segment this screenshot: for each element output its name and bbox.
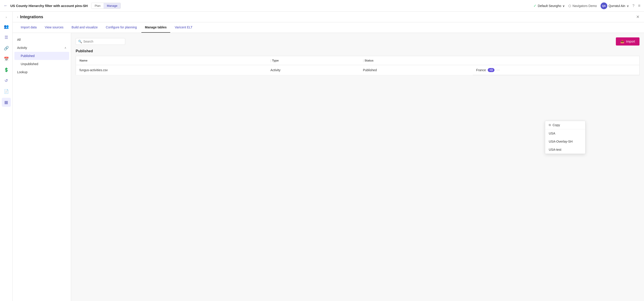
sidebar-icon-link[interactable]: 🔗 bbox=[2, 44, 11, 53]
avatar: QA bbox=[600, 3, 607, 9]
user-name: Qurratul Ain bbox=[609, 4, 625, 8]
main-panel: › Integrations ✕ Import data View source… bbox=[12, 12, 644, 301]
col-type: | Type bbox=[267, 56, 360, 65]
search-import-row: 🔍 📥 Import bbox=[76, 37, 640, 46]
table-area: 🔍 📥 Import Published Name bbox=[71, 33, 644, 301]
sidebar-group-activity[interactable]: Activity ∧ bbox=[12, 44, 71, 52]
header-right: ✓ Default Seungho ∨ ⬡ Navigators Demo QA… bbox=[534, 3, 640, 9]
tab-build-visualize[interactable]: Build and visualize bbox=[68, 22, 101, 33]
sidebar-item-unpublished[interactable]: Unpublished bbox=[12, 60, 71, 68]
dropdown-popup: ⧉ Copy USA USA-Overlay-SH USA-test bbox=[545, 121, 586, 154]
import-icon: 📥 bbox=[620, 40, 624, 43]
tab-view-sources[interactable]: View sources bbox=[41, 22, 67, 33]
table-header-row: Name | Type | Status bbox=[76, 56, 640, 65]
user-dropdown-icon: ∨ bbox=[627, 4, 629, 8]
sidebar-icon-grid[interactable]: ▦ bbox=[2, 98, 11, 107]
close-integrations-button[interactable]: ✕ bbox=[636, 15, 640, 19]
manage-tab[interactable]: Manage bbox=[104, 3, 120, 9]
plan-manage-tabs: Plan Manage bbox=[91, 3, 121, 9]
tab-manage-tables[interactable]: Manage tables bbox=[142, 22, 170, 33]
published-table: Name | Type | Status bbox=[76, 56, 640, 75]
back-button[interactable]: ← bbox=[4, 4, 8, 8]
dropdown-item-usa-overlay[interactable]: USA-Overlay-SH bbox=[545, 137, 585, 146]
sidebar-icon-refresh[interactable]: ↺ bbox=[2, 76, 11, 85]
copy-label: Copy bbox=[552, 123, 560, 127]
nav-app-icon: ⬡ bbox=[568, 4, 571, 8]
row-status: Published bbox=[360, 65, 473, 75]
dropdown-item-usa-test[interactable]: USA-test bbox=[545, 146, 585, 154]
main-layout: › 👥 ☰ 🔗 📅 💲 ↺ 📄 ▦ › Integrations ✕ Impor… bbox=[0, 12, 644, 301]
row-name: fungus-activities.csv bbox=[76, 65, 267, 75]
sidebar-icon-document[interactable]: 📄 bbox=[2, 87, 11, 96]
expand-arrow-icon[interactable]: › bbox=[17, 15, 18, 19]
sidebar-item-lookup[interactable]: Lookup bbox=[12, 68, 71, 76]
sidebar-item-all[interactable]: All bbox=[12, 36, 71, 44]
integrations-title: Integrations bbox=[20, 15, 636, 19]
search-icon: 🔍 bbox=[78, 40, 82, 43]
sidebar-icon-list[interactable]: ☰ bbox=[2, 33, 11, 42]
page-title: US County Hierarchy filter with account … bbox=[10, 4, 88, 8]
dropdown-item-usa[interactable]: USA bbox=[545, 129, 585, 137]
sidebar-activity-label: Activity bbox=[17, 46, 27, 50]
far-left-sidebar: › 👥 ☰ 🔗 📅 💲 ↺ 📄 ▦ bbox=[0, 12, 12, 301]
table-row: fungus-activities.csv Activity Published… bbox=[76, 65, 640, 75]
workspace-selector[interactable]: ✓ Default Seungho ∨ bbox=[534, 4, 565, 8]
sidebar-item-published[interactable]: Published bbox=[14, 52, 69, 60]
col-status: | Status bbox=[360, 56, 473, 65]
col-actions bbox=[473, 56, 640, 65]
integrations-header: › Integrations ✕ bbox=[12, 12, 644, 22]
search-input[interactable] bbox=[83, 40, 123, 43]
published-section-title: Published bbox=[76, 49, 640, 53]
tab-varicent-elt[interactable]: Varicent ELT bbox=[171, 22, 196, 33]
copy-icon: ⧉ bbox=[549, 123, 551, 127]
menu-icon[interactable]: ≡ bbox=[638, 4, 640, 8]
green-check-icon: ✓ bbox=[534, 4, 536, 8]
tab-configure-planning[interactable]: Configure for planning bbox=[102, 22, 140, 33]
tab-import-data[interactable]: Import data bbox=[17, 22, 40, 33]
workspace-dropdown-icon: ∨ bbox=[562, 4, 565, 8]
plan-tab[interactable]: Plan bbox=[92, 3, 104, 9]
help-icon[interactable]: ? bbox=[632, 4, 634, 8]
search-box[interactable]: 🔍 bbox=[76, 38, 125, 45]
dropdown-copy-item[interactable]: ⧉ Copy bbox=[545, 121, 585, 129]
sidebar-collapse-toggle[interactable]: › bbox=[3, 14, 10, 21]
top-header: ← US County Hierarchy filter with accoun… bbox=[0, 0, 644, 12]
more-options-button[interactable]: ⋯ bbox=[496, 68, 500, 72]
sidebar-icon-calendar[interactable]: 📅 bbox=[2, 55, 11, 64]
sidebar-icon-people[interactable]: 👥 bbox=[2, 22, 11, 31]
nav-app-selector[interactable]: ⬡ Navigators Demo bbox=[568, 4, 597, 8]
nav-app-label: Navigators Demo bbox=[572, 4, 597, 8]
tabs-bar: Import data View sources Build and visua… bbox=[12, 22, 644, 33]
row-type: Activity bbox=[267, 65, 360, 75]
content-area: All Activity ∧ Published Unpublished Loo… bbox=[12, 33, 644, 301]
sidebar-icon-currency[interactable]: 💲 bbox=[2, 65, 11, 74]
import-button[interactable]: 📥 Import bbox=[616, 37, 640, 46]
row-tag: France bbox=[476, 68, 486, 72]
chevron-up-icon: ∧ bbox=[64, 46, 66, 49]
workspace-name: Default Seungho bbox=[538, 4, 561, 8]
import-label: Import bbox=[626, 40, 635, 43]
user-menu[interactable]: QA Qurratul Ain ∨ bbox=[600, 3, 629, 9]
extra-count-badge: +3 bbox=[488, 68, 494, 72]
left-sidebar: All Activity ∧ Published Unpublished Loo… bbox=[12, 33, 71, 301]
col-name: Name bbox=[76, 56, 267, 65]
row-actions: France +3 ⋯ bbox=[473, 65, 639, 75]
